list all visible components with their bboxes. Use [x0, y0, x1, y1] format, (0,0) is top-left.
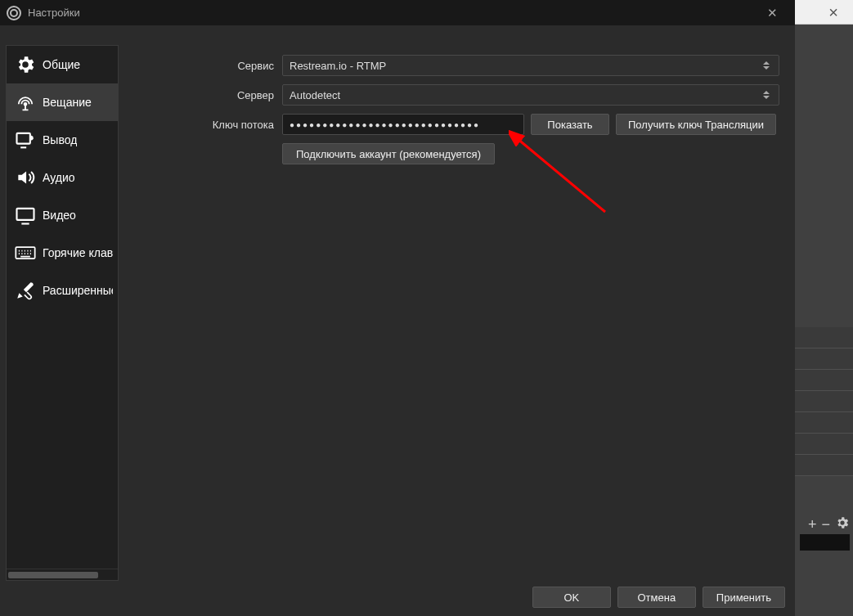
video-icon [13, 203, 38, 227]
spinner-icon [761, 56, 772, 75]
keyboard-icon [13, 241, 38, 265]
sidebar-item-label: Расширенные [43, 284, 113, 297]
background-list-rows [795, 327, 853, 476]
sidebar-horizontal-scrollbar[interactable] [7, 569, 118, 580]
audio-icon [13, 165, 38, 190]
background-toolbar-icons: + − [808, 515, 850, 534]
streamkey-input[interactable]: ●●●●●●●●●●●●●●●●●●●●●●●●●●●●● [282, 114, 524, 135]
sidebar-item-label: Аудио [43, 171, 75, 184]
sidebar-item-label: Горячие клавиши [43, 246, 113, 259]
sidebar-item-advanced[interactable]: Расширенные [7, 272, 118, 309]
dialog-footer: OK Отмена Применить [526, 587, 785, 608]
window-title: Настройки [28, 7, 80, 19]
service-select[interactable]: Restream.io - RTMP [282, 55, 779, 76]
sidebar-item-hotkeys[interactable]: Горячие клавиши [7, 234, 118, 272]
sidebar-item-label: Вещание [43, 96, 92, 109]
settings-sidebar: Общие Вещание Вывод [6, 45, 119, 581]
sidebar-item-output[interactable]: Вывод [7, 121, 118, 159]
apply-button[interactable]: Применить [703, 587, 785, 608]
server-select[interactable]: Autodetect [282, 84, 779, 106]
server-value: Autodetect [290, 89, 340, 101]
sidebar-item-label: Вывод [43, 133, 77, 146]
minus-icon: − [821, 516, 830, 533]
sidebar-item-label: Видео [43, 209, 76, 222]
sidebar-item-video[interactable]: Видео [7, 196, 118, 234]
settings-dialog: Настройки ✕ Общие Вещание [0, 0, 795, 616]
output-icon [13, 128, 38, 152]
background-titlebar: × [795, 0, 853, 25]
cancel-button[interactable]: Отмена [617, 587, 696, 608]
settings-panel-stream: Сервис Restream.io - RTMP Сервер Autodet… [119, 45, 789, 581]
close-button[interactable]: ✕ [756, 6, 788, 20]
background-dark-bar [800, 534, 850, 551]
gear-icon [13, 52, 38, 77]
show-key-button[interactable]: Показать [531, 114, 609, 135]
plus-icon: + [808, 516, 817, 533]
sidebar-item-audio[interactable]: Аудио [7, 159, 118, 196]
broadcast-icon [13, 90, 38, 115]
service-value: Restream.io - RTMP [290, 60, 386, 72]
get-stream-key-button[interactable]: Получить ключ Трансляции [616, 114, 776, 135]
background-window-peek: × + − [795, 0, 853, 616]
svg-rect-1 [17, 133, 30, 144]
sidebar-item-label: Общие [43, 58, 80, 71]
streamkey-label: Ключ потока [128, 119, 282, 131]
server-row: Сервер Autodetect [128, 84, 779, 106]
streamkey-row: Ключ потока ●●●●●●●●●●●●●●●●●●●●●●●●●●●●… [128, 114, 779, 135]
obs-logo-icon [7, 6, 21, 20]
server-label: Сервер [128, 89, 282, 101]
tools-icon [13, 278, 38, 303]
ok-button[interactable]: OK [532, 587, 611, 608]
gear-icon [835, 515, 850, 534]
service-row: Сервис Restream.io - RTMP [128, 55, 779, 76]
titlebar: Настройки ✕ [0, 0, 795, 25]
background-close-icon: × [828, 3, 838, 22]
sidebar-item-stream[interactable]: Вещание [7, 83, 118, 121]
connect-account-row: Подключить аккаунт (рекомендуется) [128, 143, 779, 164]
streamkey-mask: ●●●●●●●●●●●●●●●●●●●●●●●●●●●●● [290, 120, 480, 129]
connect-account-button[interactable]: Подключить аккаунт (рекомендуется) [282, 143, 495, 164]
svg-rect-2 [17, 209, 34, 220]
svg-point-0 [25, 103, 27, 106]
sidebar-item-general[interactable]: Общие [7, 46, 118, 83]
spinner-icon [761, 85, 772, 105]
service-label: Сервис [128, 60, 282, 72]
dialog-body: Общие Вещание Вывод [6, 45, 789, 581]
